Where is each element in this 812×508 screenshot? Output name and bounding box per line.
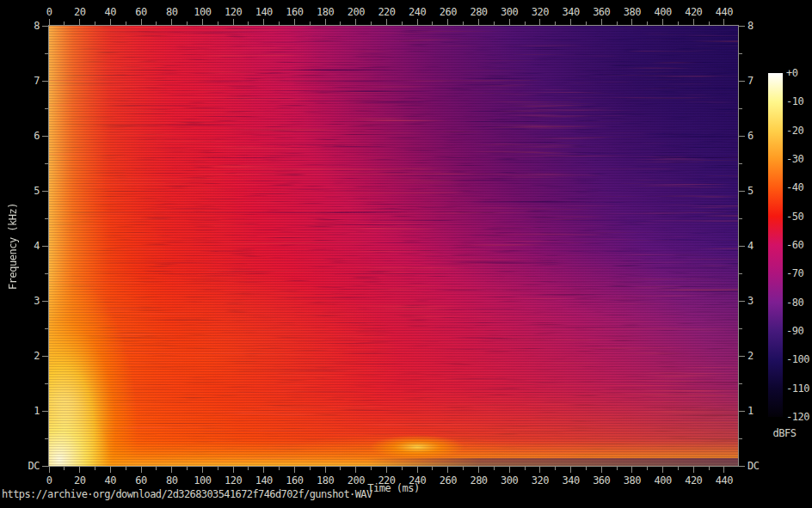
spectrogram-figure: 0020204040606080801001001201201401401601…: [0, 0, 812, 508]
x-tick-label-top: 120: [225, 6, 242, 18]
y-minor-tick-left: [45, 328, 48, 329]
x-tick-label-top: 200: [348, 6, 365, 18]
x-tick-bottom: [49, 467, 50, 473]
x-tick-label-top: 440: [716, 6, 733, 18]
x-tick-top: [417, 19, 418, 25]
x-minor-tick-top: [187, 21, 188, 25]
x-tick-label-top: 220: [378, 6, 395, 18]
x-tick-label-top: 40: [105, 6, 116, 18]
x-minor-tick-top: [126, 21, 126, 25]
x-tick-label-top: 300: [501, 6, 518, 18]
x-tick-label-top: 360: [593, 6, 610, 18]
y-tick-right: [739, 246, 745, 247]
colorbar-tick-label: -70: [786, 267, 803, 279]
y-tick-label-left: 6: [34, 130, 40, 142]
y-minor-tick-right: [739, 163, 742, 164]
colorbar-gradient: [768, 73, 783, 417]
x-tick-top: [601, 19, 602, 25]
x-minor-tick-top: [371, 21, 372, 25]
x-tick-top: [202, 19, 203, 25]
x-minor-tick-top: [310, 21, 311, 25]
x-minor-tick-top: [525, 21, 526, 25]
x-tick-label-top: 400: [654, 6, 671, 18]
x-tick-top: [693, 19, 694, 25]
x-minor-tick-bottom: [187, 467, 188, 470]
colorbar-tick-label: +0: [786, 67, 797, 79]
y-tick-left: [42, 191, 48, 192]
x-tick-label-top: 80: [166, 6, 177, 18]
y-tick-left: [42, 26, 48, 27]
y-tick-label-left: 8: [34, 20, 40, 32]
x-minor-tick-bottom: [647, 467, 648, 470]
y-minor-tick-left: [45, 53, 48, 54]
y-tick-left: [42, 246, 48, 247]
y-minor-tick-left: [45, 218, 48, 219]
y-tick-left: [42, 356, 48, 357]
x-minor-tick-top: [95, 21, 95, 25]
y-tick-right: [739, 136, 745, 137]
x-minor-tick-top: [678, 21, 679, 25]
y-minor-tick-right: [739, 328, 742, 329]
y-minor-tick-right: [739, 108, 742, 109]
x-tick-bottom: [693, 467, 694, 473]
x-tick-label-top: 240: [409, 6, 426, 18]
x-tick-label-top: 260: [440, 6, 457, 18]
x-tick-top: [141, 19, 142, 25]
x-tick-label-top: 340: [562, 6, 579, 18]
x-tick-top: [631, 19, 632, 25]
x-tick-bottom: [141, 467, 142, 473]
x-tick-bottom: [478, 467, 479, 473]
x-tick-label-top: 160: [286, 6, 303, 18]
x-minor-tick-bottom: [371, 467, 372, 470]
x-tick-top: [263, 19, 264, 25]
x-minor-tick-top: [647, 21, 648, 25]
x-minor-tick-bottom: [402, 467, 403, 470]
x-minor-tick-bottom: [678, 467, 679, 470]
colorbar-tick-label: -50: [786, 211, 803, 223]
x-minor-tick-bottom: [64, 467, 65, 470]
colorbar-tick-label: -120: [786, 411, 809, 423]
x-tick-label-top: 140: [255, 6, 273, 18]
x-tick-top: [294, 19, 295, 25]
x-tick-top: [355, 19, 356, 25]
y-minor-tick-right: [739, 438, 742, 439]
plot-area: 0020204040606080801001001201201401401601…: [48, 25, 739, 467]
y-tick-label-right: DC: [747, 460, 759, 472]
y-tick-label-left: 3: [34, 295, 40, 307]
y-tick-right: [739, 81, 745, 82]
y-tick-left: [42, 466, 48, 467]
x-tick-bottom: [723, 467, 724, 473]
x-tick-top: [110, 19, 111, 25]
x-minor-tick-bottom: [340, 467, 341, 470]
colorbar-tick-label: -20: [786, 125, 803, 137]
x-minor-tick-top: [402, 21, 403, 25]
x-minor-tick-bottom: [248, 467, 249, 470]
colorbar-unit-label: dBFS: [765, 427, 804, 439]
x-minor-tick-top: [494, 21, 495, 25]
x-minor-tick-top: [340, 21, 341, 25]
x-minor-tick-top: [617, 21, 618, 25]
y-tick-right: [739, 301, 745, 302]
y-tick-left: [42, 81, 48, 82]
x-tick-top: [386, 19, 387, 25]
y-minor-tick-left: [45, 438, 48, 439]
y-tick-left: [42, 136, 48, 137]
x-tick-top: [49, 19, 50, 25]
colorbar-tick-label: -110: [786, 383, 809, 395]
x-tick-top: [539, 19, 540, 25]
y-tick-right: [739, 356, 745, 357]
x-minor-tick-bottom: [310, 467, 311, 470]
x-tick-bottom: [447, 467, 448, 473]
x-tick-bottom: [539, 467, 540, 473]
colorbar-tick-label: -90: [786, 325, 803, 337]
x-tick-label-top: 180: [317, 6, 334, 18]
y-minor-tick-left: [45, 383, 48, 384]
y-tick-label-right: 6: [747, 130, 754, 142]
x-tick-bottom: [79, 467, 80, 473]
y-minor-tick-right: [739, 218, 742, 219]
x-tick-bottom: [386, 467, 387, 473]
y-minor-tick-left: [45, 273, 48, 274]
y-tick-label-right: 4: [747, 240, 754, 252]
y-tick-label-left: 4: [34, 240, 40, 252]
x-tick-bottom: [417, 467, 418, 473]
